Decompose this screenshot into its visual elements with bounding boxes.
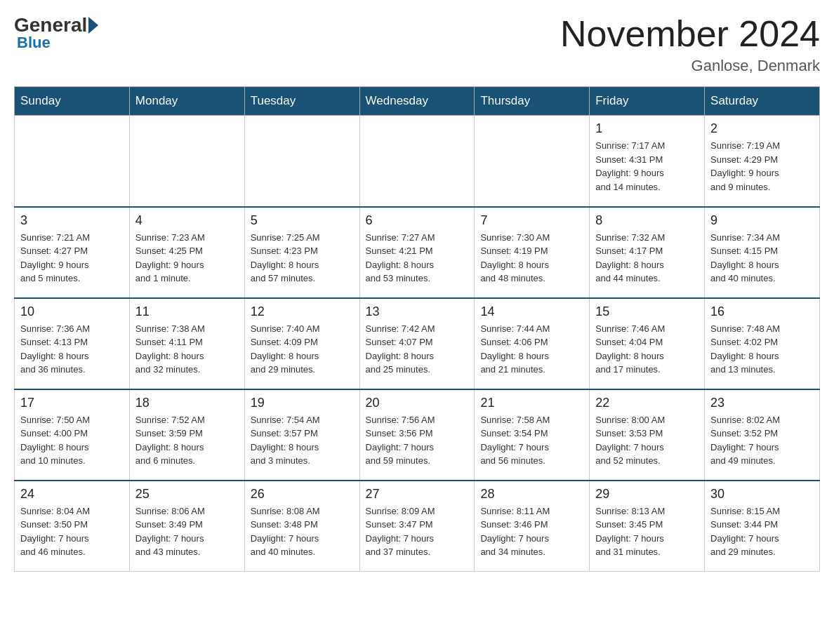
calendar-cell: 5Sunrise: 7:25 AM Sunset: 4:23 PM Daylig… [244, 207, 359, 298]
page-header: General Blue November 2024 Ganlose, Denm… [14, 14, 820, 75]
day-number: 26 [251, 487, 354, 502]
day-number: 23 [710, 396, 814, 410]
calendar-cell: 25Sunrise: 8:06 AM Sunset: 3:49 PM Dayli… [129, 481, 244, 572]
day-info: Sunrise: 7:19 AM Sunset: 4:29 PM Dayligh… [710, 139, 814, 194]
title-area: November 2024 Ganlose, Denmark [560, 14, 820, 75]
day-info: Sunrise: 7:56 AM Sunset: 3:56 PM Dayligh… [366, 413, 469, 468]
day-number: 18 [135, 396, 239, 410]
day-info: Sunrise: 8:11 AM Sunset: 3:46 PM Dayligh… [480, 504, 583, 559]
calendar-header-row: SundayMondayTuesdayWednesdayThursdayFrid… [15, 87, 820, 116]
day-info: Sunrise: 7:25 AM Sunset: 4:23 PM Dayligh… [251, 231, 354, 286]
day-number: 28 [480, 487, 583, 502]
day-info: Sunrise: 7:54 AM Sunset: 3:57 PM Dayligh… [251, 413, 354, 468]
calendar-cell: 20Sunrise: 7:56 AM Sunset: 3:56 PM Dayli… [359, 389, 475, 481]
calendar-cell: 12Sunrise: 7:40 AM Sunset: 4:09 PM Dayli… [244, 298, 359, 389]
day-number: 11 [135, 304, 239, 319]
day-number: 15 [595, 304, 699, 319]
calendar-cell: 18Sunrise: 7:52 AM Sunset: 3:59 PM Dayli… [129, 389, 244, 481]
day-info: Sunrise: 7:36 AM Sunset: 4:13 PM Dayligh… [20, 322, 124, 377]
day-info: Sunrise: 7:17 AM Sunset: 4:31 PM Dayligh… [595, 139, 699, 194]
month-title: November 2024 [560, 14, 820, 54]
day-info: Sunrise: 7:48 AM Sunset: 4:02 PM Dayligh… [710, 322, 814, 377]
calendar-cell: 11Sunrise: 7:38 AM Sunset: 4:11 PM Dayli… [129, 298, 244, 389]
day-number: 22 [595, 396, 699, 410]
day-info: Sunrise: 7:50 AM Sunset: 4:00 PM Dayligh… [20, 413, 124, 468]
day-info: Sunrise: 7:30 AM Sunset: 4:19 PM Dayligh… [480, 231, 583, 286]
logo-arrow-icon [88, 17, 98, 34]
calendar-cell: 6Sunrise: 7:27 AM Sunset: 4:21 PM Daylig… [359, 207, 475, 298]
calendar-table: SundayMondayTuesdayWednesdayThursdayFrid… [14, 86, 820, 572]
day-info: Sunrise: 7:46 AM Sunset: 4:04 PM Dayligh… [595, 322, 699, 377]
calendar-cell [15, 116, 130, 207]
day-number: 1 [595, 121, 699, 136]
calendar-cell: 28Sunrise: 8:11 AM Sunset: 3:46 PM Dayli… [475, 481, 590, 572]
day-number: 3 [20, 213, 124, 228]
day-number: 20 [366, 396, 469, 410]
day-info: Sunrise: 8:15 AM Sunset: 3:44 PM Dayligh… [710, 504, 814, 559]
day-info: Sunrise: 7:44 AM Sunset: 4:06 PM Dayligh… [480, 322, 583, 377]
calendar-cell: 13Sunrise: 7:42 AM Sunset: 4:07 PM Dayli… [359, 298, 475, 389]
calendar-cell: 14Sunrise: 7:44 AM Sunset: 4:06 PM Dayli… [475, 298, 590, 389]
calendar-week-3: 10Sunrise: 7:36 AM Sunset: 4:13 PM Dayli… [15, 298, 820, 389]
day-number: 13 [366, 304, 469, 319]
calendar-cell [359, 116, 475, 207]
day-info: Sunrise: 7:21 AM Sunset: 4:27 PM Dayligh… [20, 231, 124, 286]
day-info: Sunrise: 7:38 AM Sunset: 4:11 PM Dayligh… [135, 322, 239, 377]
day-number: 8 [595, 213, 699, 228]
calendar-cell: 1Sunrise: 7:17 AM Sunset: 4:31 PM Daylig… [590, 116, 705, 207]
calendar-cell: 7Sunrise: 7:30 AM Sunset: 4:19 PM Daylig… [475, 207, 590, 298]
day-number: 17 [20, 396, 124, 410]
calendar-week-1: 1Sunrise: 7:17 AM Sunset: 4:31 PM Daylig… [15, 116, 820, 207]
calendar-cell: 2Sunrise: 7:19 AM Sunset: 4:29 PM Daylig… [705, 116, 820, 207]
calendar-cell: 19Sunrise: 7:54 AM Sunset: 3:57 PM Dayli… [244, 389, 359, 481]
calendar-cell: 27Sunrise: 8:09 AM Sunset: 3:47 PM Dayli… [359, 481, 475, 572]
calendar-cell: 24Sunrise: 8:04 AM Sunset: 3:50 PM Dayli… [15, 481, 130, 572]
calendar-header-saturday: Saturday [705, 87, 820, 116]
day-number: 19 [251, 396, 354, 410]
calendar-cell: 15Sunrise: 7:46 AM Sunset: 4:04 PM Dayli… [590, 298, 705, 389]
day-number: 5 [251, 213, 354, 228]
calendar-cell [244, 116, 359, 207]
day-info: Sunrise: 7:58 AM Sunset: 3:54 PM Dayligh… [480, 413, 583, 468]
day-info: Sunrise: 7:23 AM Sunset: 4:25 PM Dayligh… [135, 231, 239, 286]
calendar-cell: 26Sunrise: 8:08 AM Sunset: 3:48 PM Dayli… [244, 481, 359, 572]
day-number: 4 [135, 213, 239, 228]
day-info: Sunrise: 8:09 AM Sunset: 3:47 PM Dayligh… [366, 504, 469, 559]
day-number: 10 [20, 304, 124, 319]
day-info: Sunrise: 7:42 AM Sunset: 4:07 PM Dayligh… [366, 322, 469, 377]
calendar-header-monday: Monday [129, 87, 244, 116]
calendar-cell: 8Sunrise: 7:32 AM Sunset: 4:17 PM Daylig… [590, 207, 705, 298]
day-number: 25 [135, 487, 239, 502]
calendar-week-4: 17Sunrise: 7:50 AM Sunset: 4:00 PM Dayli… [15, 389, 820, 481]
day-info: Sunrise: 8:02 AM Sunset: 3:52 PM Dayligh… [710, 413, 814, 468]
calendar-header-friday: Friday [590, 87, 705, 116]
day-number: 16 [710, 304, 814, 319]
day-info: Sunrise: 8:00 AM Sunset: 3:53 PM Dayligh… [595, 413, 699, 468]
calendar-cell: 29Sunrise: 8:13 AM Sunset: 3:45 PM Dayli… [590, 481, 705, 572]
calendar-cell: 22Sunrise: 8:00 AM Sunset: 3:53 PM Dayli… [590, 389, 705, 481]
day-number: 29 [595, 487, 699, 502]
day-number: 6 [366, 213, 469, 228]
calendar-header-wednesday: Wednesday [359, 87, 475, 116]
calendar-cell: 10Sunrise: 7:36 AM Sunset: 4:13 PM Dayli… [15, 298, 130, 389]
day-info: Sunrise: 8:08 AM Sunset: 3:48 PM Dayligh… [251, 504, 354, 559]
day-number: 2 [710, 121, 814, 136]
calendar-cell: 23Sunrise: 8:02 AM Sunset: 3:52 PM Dayli… [705, 389, 820, 481]
calendar-header-thursday: Thursday [475, 87, 590, 116]
logo-blue-text: Blue [17, 34, 51, 52]
calendar-week-5: 24Sunrise: 8:04 AM Sunset: 3:50 PM Dayli… [15, 481, 820, 572]
calendar-header-sunday: Sunday [15, 87, 130, 116]
calendar-cell [475, 116, 590, 207]
calendar-cell: 16Sunrise: 7:48 AM Sunset: 4:02 PM Dayli… [705, 298, 820, 389]
day-info: Sunrise: 7:32 AM Sunset: 4:17 PM Dayligh… [595, 231, 699, 286]
day-info: Sunrise: 7:52 AM Sunset: 3:59 PM Dayligh… [135, 413, 239, 468]
day-number: 24 [20, 487, 124, 502]
day-number: 27 [366, 487, 469, 502]
day-number: 7 [480, 213, 583, 228]
calendar-week-2: 3Sunrise: 7:21 AM Sunset: 4:27 PM Daylig… [15, 207, 820, 298]
logo: General Blue [14, 14, 100, 52]
calendar-cell [129, 116, 244, 207]
location-title: Ganlose, Denmark [560, 57, 820, 75]
day-number: 14 [480, 304, 583, 319]
day-info: Sunrise: 7:34 AM Sunset: 4:15 PM Dayligh… [710, 231, 814, 286]
